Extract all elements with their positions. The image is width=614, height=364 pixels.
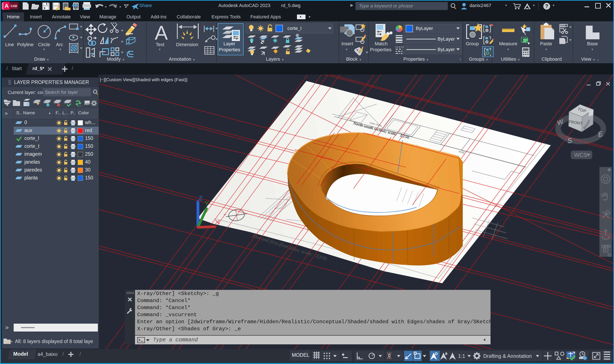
svg-text:WCS: WCS	[574, 152, 587, 158]
svg-text:i: i	[585, 357, 585, 360]
svg-text:Drafting & Annotation: Drafting & Annotation	[483, 353, 532, 359]
svg-text:Y: Y	[205, 200, 209, 207]
svg-text:?: ?	[545, 3, 549, 9]
svg-text:[−][Custom View][Shaded with e: [−][Custom View][Shaded with edges (Fast…	[100, 77, 187, 82]
svg-text:1:1: 1:1	[458, 353, 465, 359]
svg-text:A: A	[5, 2, 9, 9]
svg-text:CAD: CAD	[11, 4, 17, 8]
svg-text:Z: Z	[199, 195, 203, 202]
